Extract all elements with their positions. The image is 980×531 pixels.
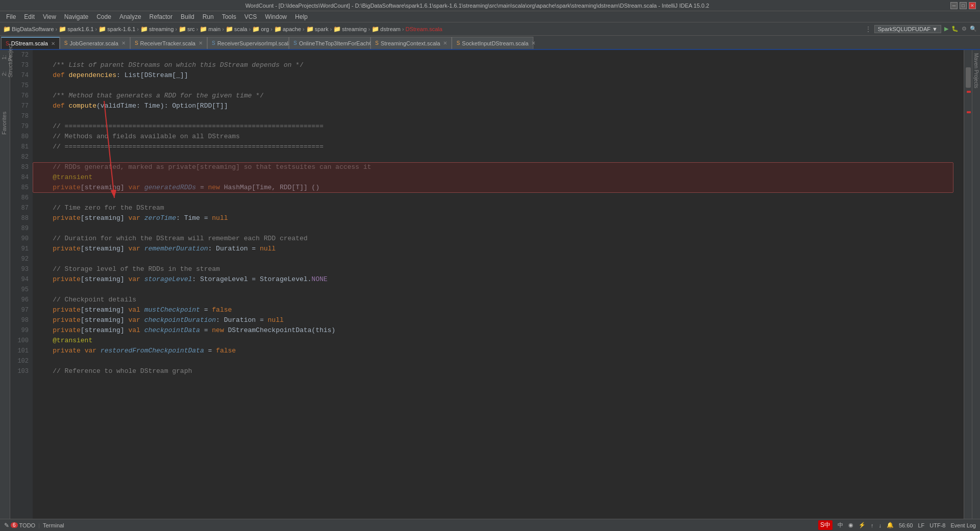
nav-right: ⋮ SparkSQLUDFUDAF ▼ ▶ 🐛 ⚙ 🔍 [865, 25, 977, 33]
folder-icon-12: 📁 [372, 26, 379, 33]
tab-jobgenerator[interactable]: S JobGenerator.scala ✕ [60, 37, 130, 49]
nav-label-spark161: spark1.6.1 [67, 26, 93, 32]
tab-receivertracker[interactable]: S ReceiverTracker.scala ✕ [130, 37, 207, 49]
nav-crumb-main[interactable]: 📁 main › [200, 26, 225, 33]
tab-label-jobgenerator: JobGenerator.scala [69, 40, 118, 46]
code-line-77: def compute(validTime: Time): Option[RDD… [37, 101, 960, 111]
search-icon[interactable]: 🔍 [970, 26, 977, 32]
menu-navigate[interactable]: Navigate [60, 11, 92, 22]
code-line-73: /** List of parent DStreams on which thi… [37, 60, 960, 70]
nav-label-main: main [208, 26, 220, 32]
nav-crumb-spark161[interactable]: 📁 spark1.6.1 › [59, 26, 97, 33]
code-line-84: @transient [37, 172, 960, 183]
code-line-90: // Duration for which the DStream will r… [37, 234, 960, 244]
right-sidebar[interactable] [964, 50, 972, 519]
menu-window[interactable]: Window [261, 11, 291, 22]
menu-build[interactable]: Build [177, 11, 199, 22]
sidebar-favorites-icon[interactable]: Favorites [1, 127, 9, 135]
tab-icon-streamingcontext: S [375, 40, 379, 46]
nav-crumb-apache[interactable]: 📁 apache › [274, 26, 305, 33]
tab-onlinetop3[interactable]: S OnlineTheTop3ItemForEachCategory2DB.sc… [289, 37, 371, 49]
nav-bar: 📁 BigDataSoftware › 📁 spark1.6.1 › 📁 spa… [0, 22, 980, 36]
nav-crumb-src[interactable]: 📁 src › [179, 26, 199, 33]
tab-close-streamingcontext[interactable]: ✕ [443, 40, 447, 46]
code-line-76: /** Method that generates a RDD for the … [37, 91, 960, 101]
status-icon-2: ⚡ [859, 522, 866, 528]
status-icon-3: ↑ [871, 522, 874, 528]
nav-crumb-streaming[interactable]: 📁 streaming › [140, 26, 178, 33]
code-area[interactable]: /** List of parent DStreams on which thi… [33, 50, 964, 519]
nav-crumb-dstream[interactable]: 📁 dstream › [372, 26, 404, 33]
code-line-103: // Reference to whole DStream graph [37, 366, 960, 376]
code-line-98: private[streaming] var checkpointDuratio… [37, 315, 960, 325]
lf-label[interactable]: LF [918, 522, 924, 528]
code-line-102 [37, 356, 960, 366]
nav-label-src: src [187, 26, 195, 32]
nav-crumb-bigdata[interactable]: 📁 BigDataSoftware › [3, 26, 58, 33]
menu-help[interactable]: Help [291, 11, 312, 22]
code-line-88: private[streaming] var zeroTime: Time = … [37, 213, 960, 223]
tab-close-receivertracker[interactable]: ✕ [199, 40, 203, 46]
run-icon[interactable]: ▶ [944, 26, 948, 32]
code-line-100: @transient [37, 336, 960, 346]
folder-icon-6: 📁 [200, 26, 207, 33]
tab-streamingcontext[interactable]: S StreamingContext.scala ✕ [371, 37, 452, 49]
menu-run[interactable]: Run [199, 11, 218, 22]
close-button[interactable]: ✕ [969, 2, 976, 9]
tab-icon-socketinputdstream: S [456, 40, 460, 46]
maven-projects-panel[interactable]: Maven Projects [972, 50, 980, 519]
tab-close-dstream[interactable]: ✕ [51, 41, 55, 46]
tab-label-streamingcontext: StreamingContext.scala [381, 40, 440, 46]
code-line-94: private[streaming] var storageLevel: Sto… [37, 274, 960, 285]
code-line-93: // Storage level of the RDDs in the stre… [37, 264, 960, 274]
error-stripe [967, 91, 971, 93]
event-log-label[interactable]: Event Log [950, 522, 976, 528]
code-line-78 [37, 111, 960, 121]
code-line-92 [37, 254, 960, 264]
tab-receiversupervisorimpl[interactable]: S ReceiverSupervisorImpl.scala ✕ [207, 37, 289, 49]
folder-icon-5: 📁 [179, 26, 186, 33]
status-icon-5: 🔔 [887, 522, 894, 528]
tab-icon-jobgenerator: S [64, 40, 68, 46]
nav-crumb-scala[interactable]: 📁 scala › [226, 26, 251, 33]
menu-view[interactable]: View [39, 11, 60, 22]
maximize-button[interactable]: □ [960, 2, 967, 9]
tabs-bar: S DStream.scala ✕ S JobGenerator.scala ✕… [0, 36, 980, 50]
tab-close-jobgenerator[interactable]: ✕ [121, 40, 126, 46]
encoding-label[interactable]: UTF-8 [929, 522, 945, 528]
tab-label-receivertracker: ReceiverTracker.scala [140, 40, 195, 46]
spark-sqludf-dropdown[interactable]: SparkSQLUDFUDAF ▼ [874, 25, 941, 33]
siyuan-icon[interactable]: S中 [818, 520, 832, 530]
position-label[interactable]: 56:60 [899, 522, 913, 528]
menu-edit[interactable]: Edit [20, 11, 39, 22]
code-line-82 [37, 152, 960, 162]
menu-file[interactable]: File [2, 11, 20, 22]
todo-label[interactable]: TODO [19, 522, 36, 528]
settings-icon[interactable]: ⚙ [962, 26, 967, 32]
code-line-83: // RDDs generated, marked as private[str… [37, 162, 960, 172]
tab-close-socketinputdstream[interactable]: ✕ [531, 40, 535, 46]
menu-code[interactable]: Code [92, 11, 115, 22]
nav-crumb-spark[interactable]: 📁 spark › [306, 26, 333, 33]
code-line-74: def dependencies: List[DStream[_]] [37, 70, 960, 81]
title-bar: WordCount - [D:\IdeaProjects\WordCount] … [0, 0, 980, 11]
maven-projects-label[interactable]: Maven Projects [973, 53, 979, 88]
nav-crumb-dstreamscala[interactable]: DStream.scala [405, 26, 442, 32]
menu-analyze[interactable]: Analyze [115, 11, 145, 22]
menu-tools[interactable]: Tools [218, 11, 240, 22]
nav-crumb-streaming2[interactable]: 📁 streaming › [333, 26, 371, 33]
nav-crumb-spark161b[interactable]: 📁 spark-1.6.1 › [99, 26, 139, 33]
nav-crumb-org[interactable]: 📁 org › [252, 26, 273, 33]
code-line-87: // Time zero for the DStream [37, 203, 960, 213]
todo-badge-area[interactable]: ✎ 6 TODO [4, 522, 35, 529]
tab-socketinputdstream[interactable]: S SocketInputDStream.scala ✕ [452, 37, 533, 49]
menu-vcs[interactable]: VCS [240, 11, 261, 22]
minimize-button[interactable]: ─ [950, 2, 958, 9]
left-sidebar: 1: Project 2: Structure Favorites [0, 50, 10, 519]
code-line-91: private[streaming] var rememberDuration:… [37, 244, 960, 254]
debug-icon[interactable]: 🐛 [951, 26, 959, 32]
scroll-thumb[interactable] [966, 67, 971, 88]
terminal-item[interactable]: Terminal [43, 522, 64, 528]
sidebar-structure-icon[interactable]: 2: Structure [1, 69, 9, 78]
menu-refactor[interactable]: Refactor [145, 11, 177, 22]
